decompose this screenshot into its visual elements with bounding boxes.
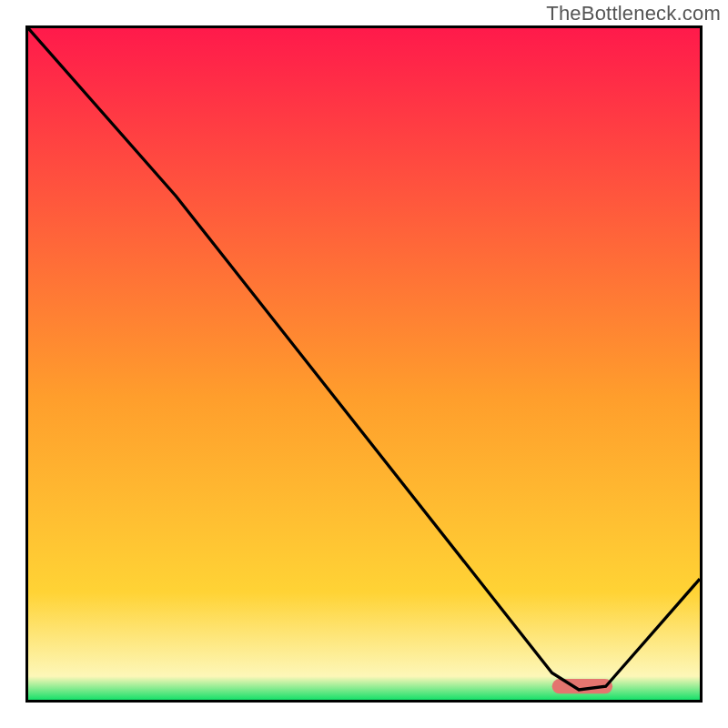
chart-canvas: [28, 28, 700, 700]
site-watermark: TheBottleneck.com: [546, 2, 721, 25]
gradient-background: [28, 28, 700, 700]
bottleneck-chart: [25, 25, 703, 703]
